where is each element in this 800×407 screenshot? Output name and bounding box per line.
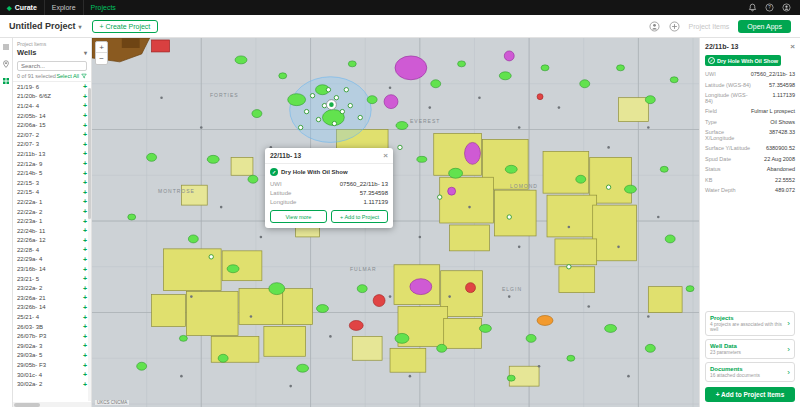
search-input[interactable] xyxy=(21,63,83,69)
add-well-icon[interactable]: + xyxy=(83,381,87,388)
add-well-icon[interactable]: + xyxy=(83,256,87,263)
list-panel-icon[interactable] xyxy=(2,43,10,51)
vertical-scrollbar[interactable] xyxy=(88,88,91,401)
add-well-icon[interactable]: + xyxy=(83,227,87,234)
details-card[interactable]: Well Data 23 parameters › xyxy=(705,339,795,359)
list-item[interactable]: 23/26a- 21 + xyxy=(13,293,91,303)
list-item[interactable]: 22/23a- 1 + xyxy=(13,216,91,226)
add-well-icon[interactable]: + xyxy=(83,237,87,244)
list-item[interactable]: 23/26b- 14 + xyxy=(13,303,91,313)
add-well-icon[interactable]: + xyxy=(83,150,87,157)
add-well-icon[interactable]: + xyxy=(83,102,87,109)
add-well-icon[interactable]: + xyxy=(83,122,87,129)
add-well-icon[interactable]: + xyxy=(83,83,87,90)
add-well-icon[interactable]: + xyxy=(83,246,87,253)
list-item[interactable]: 22/05b- 14 + xyxy=(13,111,91,121)
list-item[interactable]: 30/02a- 2 + xyxy=(13,379,91,389)
add-well-icon[interactable]: + xyxy=(83,141,87,148)
add-well-icon[interactable]: + xyxy=(83,218,87,225)
details-card[interactable]: Projects 4 projects are associated with … xyxy=(705,311,795,336)
add-well-icon[interactable]: + xyxy=(83,198,87,205)
add-well-icon[interactable]: + xyxy=(83,266,87,273)
project-title-dropdown[interactable]: Untitled Project ▾ xyxy=(9,21,82,31)
list-item[interactable]: 21/24- 4 + xyxy=(13,101,91,111)
add-to-project-items-button[interactable]: + Add to Project Items xyxy=(705,387,795,402)
filter-icon[interactable] xyxy=(81,73,87,79)
selected-well-marker[interactable] xyxy=(326,100,336,110)
add-well-icon[interactable]: + xyxy=(83,112,87,119)
view-more-button[interactable]: View more xyxy=(270,210,327,223)
bell-icon[interactable] xyxy=(748,3,757,12)
close-icon[interactable]: × xyxy=(790,42,795,51)
add-well-icon[interactable]: + xyxy=(83,131,87,138)
horizontal-scrollbar[interactable] xyxy=(13,402,91,407)
add-well-icon[interactable]: + xyxy=(83,352,87,359)
grid-apps-icon[interactable] xyxy=(2,77,10,85)
add-well-icon[interactable]: + xyxy=(83,294,87,301)
list-item[interactable]: 22/11b- 13 + xyxy=(13,149,91,159)
list-item[interactable]: 29/05b- F3 + xyxy=(13,360,91,370)
list-item[interactable]: 23/16b- 14 + xyxy=(13,264,91,274)
add-well-icon[interactable]: + xyxy=(83,362,87,369)
add-well-icon[interactable]: + xyxy=(83,333,87,340)
add-well-icon[interactable]: + xyxy=(83,170,87,177)
add-well-icon[interactable]: + xyxy=(83,342,87,349)
add-well-icon[interactable]: + xyxy=(83,285,87,292)
zoom-in-button[interactable]: + xyxy=(96,42,107,53)
list-item[interactable]: 23/21- 5 + xyxy=(13,274,91,284)
add-well-icon[interactable]: + xyxy=(83,93,87,100)
add-well-icon[interactable]: + xyxy=(83,304,87,311)
add-well-icon[interactable]: + xyxy=(83,208,87,215)
zoom-out-button[interactable]: − xyxy=(96,53,107,64)
list-item[interactable]: 22/28- 4 + xyxy=(13,245,91,255)
add-well-icon[interactable]: + xyxy=(83,189,87,196)
add-well-icon[interactable]: + xyxy=(83,160,87,167)
list-item[interactable]: 29/03a- 5 + xyxy=(13,351,91,361)
brand[interactable]: ◆ Curate xyxy=(0,4,44,11)
list-item[interactable]: 22/07- 2 + xyxy=(13,130,91,140)
open-apps-button[interactable]: Open Apps xyxy=(738,20,791,33)
list-item[interactable]: 22/06a- 15 + xyxy=(13,120,91,130)
nav-item-explore[interactable]: Explore xyxy=(44,0,83,15)
scrollbar-thumb[interactable] xyxy=(88,88,91,219)
list-item[interactable]: 22/14b- 5 + xyxy=(13,168,91,178)
add-well-icon[interactable]: + xyxy=(83,314,87,321)
add-user-icon[interactable] xyxy=(669,21,680,32)
list-item[interactable]: 26/07b- P3 + xyxy=(13,331,91,341)
nav-item-projects[interactable]: Projects xyxy=(83,0,123,15)
add-well-icon[interactable]: + xyxy=(83,179,87,186)
list-item[interactable]: 22/15- 4 + xyxy=(13,188,91,198)
list-item[interactable]: 21/20b- 6/6Z + xyxy=(13,92,91,102)
list-item[interactable]: 22/22a- 1 + xyxy=(13,197,91,207)
select-all-control[interactable]: Select All xyxy=(56,73,87,79)
create-project-button[interactable]: + Create Project xyxy=(92,20,159,33)
scrollbar-thumb[interactable] xyxy=(14,403,40,407)
list-item[interactable]: 22/12a- 9 + xyxy=(13,159,91,169)
add-well-icon[interactable]: + xyxy=(83,371,87,378)
list-item[interactable]: 22/15- 3 + xyxy=(13,178,91,188)
list-item[interactable]: 22/22a- 2 + xyxy=(13,207,91,217)
help-icon[interactable]: ? xyxy=(765,3,774,12)
list-item[interactable]: 26/03- 3B + xyxy=(13,322,91,332)
well-name: 22/29a- 4 xyxy=(17,256,42,262)
add-well-icon[interactable]: + xyxy=(83,275,87,282)
map-pin-icon[interactable] xyxy=(2,60,10,68)
details-card[interactable]: Documents 16 attached documents › xyxy=(705,362,795,382)
dataset-selector[interactable]: Wells ▾ xyxy=(17,48,87,57)
add-to-project-button[interactable]: + Add to Project xyxy=(331,210,388,223)
list-item[interactable]: 23/22a- 2 + xyxy=(13,283,91,293)
list-item[interactable]: 21/19- 6 + xyxy=(13,82,91,92)
list-item[interactable]: 22/26a- 12 + xyxy=(13,236,91,246)
map-viewport[interactable]: FORTIES MONTROSE EVEREST LOMOND FULMAR E… xyxy=(92,38,699,407)
list-item[interactable]: 22/24b- 11 + xyxy=(13,226,91,236)
map-canvas[interactable] xyxy=(92,38,699,407)
close-icon[interactable]: × xyxy=(383,153,388,159)
list-item[interactable]: 29/02a- 3 + xyxy=(13,341,91,351)
list-item[interactable]: 30/01c- 4 + xyxy=(13,370,91,380)
user-circle-icon[interactable] xyxy=(649,21,660,32)
list-item[interactable]: 22/07- 3 + xyxy=(13,140,91,150)
list-item[interactable]: 22/29a- 4 + xyxy=(13,255,91,265)
list-item[interactable]: 25/21- 4 + xyxy=(13,312,91,322)
add-well-icon[interactable]: + xyxy=(83,323,87,330)
avatar-icon[interactable] xyxy=(782,3,791,12)
